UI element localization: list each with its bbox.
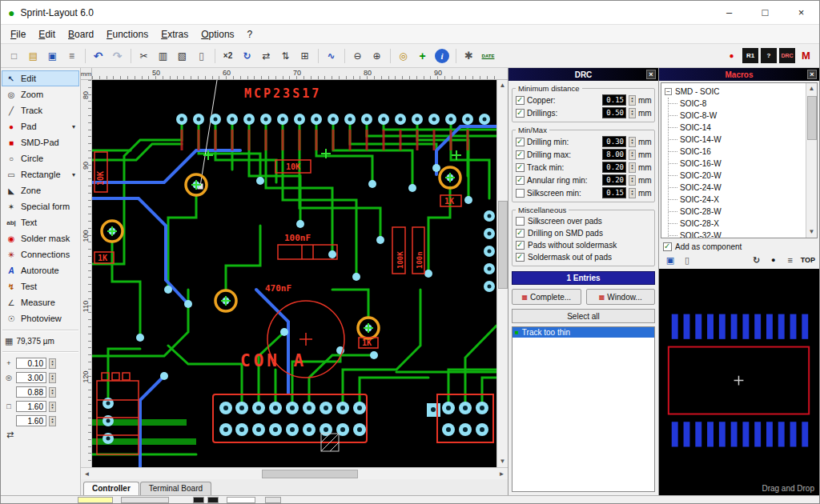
- menu-item[interactable]: Board: [62, 26, 100, 42]
- board-tab[interactable]: Terminal Board: [140, 482, 211, 495]
- board-tab[interactable]: Controller: [83, 482, 139, 495]
- drc-issue-item[interactable]: ■ Track too thin: [512, 327, 654, 338]
- print-button[interactable]: ≡: [62, 47, 81, 65]
- drc-window-button[interactable]: ▦Window...: [586, 289, 656, 305]
- tool-measure[interactable]: ∠ Measure: [2, 294, 79, 310]
- side-bottom-button[interactable]: ⊖: [348, 47, 367, 65]
- macros-close-icon[interactable]: ×: [807, 70, 817, 79]
- cut-button[interactable]: ✂: [135, 47, 153, 65]
- menu-item[interactable]: Extras: [155, 26, 195, 42]
- minimize-button[interactable]: –: [711, 1, 747, 24]
- tool-smd-pad[interactable]: ■ SMD-Pad: [2, 134, 79, 150]
- date-stamp-button[interactable]: DATE: [479, 47, 497, 65]
- change-side-icon[interactable]: ●: [766, 254, 781, 266]
- maximize-button[interactable]: □: [747, 1, 783, 24]
- scroll-left-icon[interactable]: ◄: [81, 470, 93, 478]
- layer-icon[interactable]: ≡: [783, 254, 798, 266]
- settings-button[interactable]: ✱: [460, 47, 478, 65]
- redo-button[interactable]: ↷: [108, 47, 127, 65]
- spinner[interactable]: [629, 95, 636, 106]
- save-macro-icon[interactable]: ▣: [663, 254, 677, 266]
- spinner[interactable]: [49, 358, 56, 369]
- spinner[interactable]: [629, 108, 636, 118]
- scroll-down-icon[interactable]: ▼: [497, 456, 508, 467]
- undo-button[interactable]: ↶: [89, 47, 107, 65]
- macro-item[interactable]: SOIC-16-W: [669, 158, 806, 170]
- drc-select-all-button[interactable]: Select all: [512, 309, 655, 323]
- macro-item[interactable]: SOIC-24-X: [669, 194, 806, 206]
- paste-button[interactable]: ▧: [173, 47, 191, 65]
- drc-complete-button[interactable]: ▦Complete...: [512, 289, 581, 305]
- collapse-icon[interactable]: −: [665, 88, 672, 95]
- copy-button[interactable]: ▥: [154, 47, 172, 65]
- toolbar-separator[interactable]: [452, 47, 459, 65]
- toolbar-separator[interactable]: [341, 47, 348, 65]
- footprint-button[interactable]: R1: [742, 48, 758, 63]
- add-component-checkbox[interactable]: [663, 242, 672, 251]
- scroll-up-icon[interactable]: ▲: [497, 80, 508, 91]
- rule-value[interactable]: 0.20: [602, 174, 626, 186]
- tree-scroll-thumb[interactable]: [807, 96, 817, 140]
- origin-button[interactable]: +: [413, 47, 432, 65]
- tool-text[interactable]: ab| Text: [2, 214, 79, 230]
- delete-button[interactable]: ▯: [192, 47, 211, 65]
- rotate-macro-icon[interactable]: ↻: [750, 254, 764, 266]
- spinner[interactable]: [49, 387, 56, 398]
- macros-toggle-button[interactable]: M: [797, 47, 815, 65]
- rule-value[interactable]: 0.50: [602, 107, 626, 118]
- spinner[interactable]: [629, 175, 636, 186]
- menu-item[interactable]: Functions: [100, 26, 155, 42]
- tool-autoroute[interactable]: A Autoroute: [2, 262, 79, 278]
- open-button[interactable]: ▤: [24, 47, 42, 65]
- spinner[interactable]: [629, 137, 636, 147]
- tool-special-form[interactable]: ✶ Special form: [2, 198, 79, 214]
- rule-checkbox[interactable]: [516, 229, 525, 238]
- canvas-horizontal-scrollbar[interactable]: ◄ ►: [81, 467, 508, 478]
- size-field-value[interactable]: 0.88: [16, 386, 46, 398]
- scroll-right-icon[interactable]: ►: [496, 470, 508, 478]
- toolbar-separator[interactable]: [211, 47, 218, 65]
- spinner[interactable]: [629, 150, 636, 160]
- toolbar-separator[interactable]: [82, 47, 88, 65]
- rule-value[interactable]: 0.15: [602, 187, 626, 198]
- tool-test[interactable]: ↯ Test: [2, 278, 79, 294]
- rotate-button[interactable]: ↻: [238, 47, 256, 65]
- rule-value[interactable]: 0.30: [602, 136, 626, 147]
- mirror-horizontal-button[interactable]: ⇄: [257, 47, 275, 65]
- macro-tree-root[interactable]: − SMD - SOIC: [665, 86, 806, 98]
- macro-item[interactable]: SOIC-8: [669, 98, 806, 110]
- toolbar-spacer[interactable]: [498, 47, 722, 65]
- size-field-value[interactable]: 3.00: [16, 372, 46, 383]
- canvas-vertical-scrollbar[interactable]: ▲ ▼: [496, 80, 508, 467]
- mirror-vertical-button[interactable]: ⇅: [276, 47, 295, 65]
- menu-item[interactable]: File: [4, 26, 32, 42]
- connections-button[interactable]: ∿: [322, 47, 340, 65]
- tool-connections[interactable]: ✳ Connections: [2, 246, 79, 262]
- tool-zone[interactable]: ◣ Zone: [2, 182, 79, 198]
- macro-item[interactable]: SOIC-28-X: [669, 218, 806, 230]
- help-button[interactable]: ?: [761, 48, 777, 63]
- rule-value[interactable]: 8.00: [602, 149, 626, 160]
- pcb-canvas[interactable]: MCP23S17 10K 10K 1K 1K 1K 100nF 470nF 10…: [92, 80, 496, 467]
- macro-preview[interactable]: Drag and Drop: [659, 269, 819, 495]
- size-field-value[interactable]: 1.60: [16, 415, 46, 426]
- rule-checkbox[interactable]: [516, 96, 525, 105]
- rule-value[interactable]: 0.20: [602, 162, 626, 173]
- align-button[interactable]: ⊞: [295, 47, 314, 65]
- close-button[interactable]: ×: [783, 1, 819, 24]
- tool-zoom[interactable]: ◎ Zoom: [2, 86, 79, 102]
- tool-rectangle[interactable]: ▭ Rectangle: [2, 166, 79, 182]
- drc-toggle-button[interactable]: DRC: [779, 48, 795, 63]
- spinner[interactable]: [49, 402, 56, 412]
- layer-indicator[interactable]: ●: [722, 47, 741, 65]
- menu-item[interactable]: Edit: [32, 26, 62, 42]
- rule-checkbox[interactable]: [516, 150, 525, 159]
- tool-track[interactable]: ╱ Track: [2, 102, 79, 118]
- macro-item[interactable]: SOIC-20-W: [669, 170, 806, 182]
- menu-item[interactable]: Options: [195, 26, 240, 42]
- spinner[interactable]: [49, 416, 56, 426]
- macro-item[interactable]: SOIC-14-W: [669, 134, 806, 146]
- tool-solder-mask[interactable]: ◉ Solder mask: [2, 230, 79, 246]
- toolbar-separator[interactable]: [315, 47, 321, 65]
- macro-item[interactable]: SOIC-24-W: [669, 182, 806, 194]
